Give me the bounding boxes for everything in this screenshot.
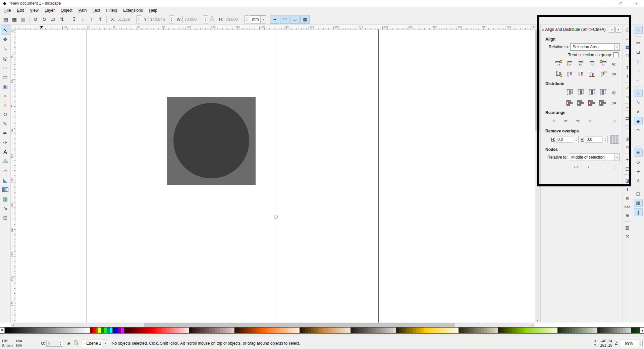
palette-swatch[interactable] (36, 328, 39, 333)
palette-swatch[interactable] (620, 328, 623, 333)
align-top-to-bottom-anchor[interactable] (598, 69, 608, 78)
palette-swatch[interactable] (461, 328, 464, 333)
exchange-in-selection-order[interactable]: ⇄ (561, 117, 571, 125)
x-field[interactable]: 51,159 (116, 16, 137, 23)
palette-swatch[interactable] (354, 328, 356, 333)
xml-editor-icon[interactable]: </> (624, 203, 631, 210)
palette-swatch[interactable] (294, 328, 297, 333)
ungroup-icon[interactable]: ⊟ (624, 144, 631, 151)
palette-swatch[interactable] (98, 328, 101, 333)
palette-swatch[interactable] (365, 328, 368, 333)
palette-swatch[interactable] (5, 328, 7, 333)
palette-swatch[interactable] (603, 328, 606, 333)
palette-swatch[interactable] (515, 328, 518, 333)
palette-swatch[interactable] (575, 328, 577, 333)
palette-swatch[interactable] (473, 328, 475, 333)
raise-icon[interactable]: ↑ (87, 15, 96, 24)
pencil-tool[interactable]: ✎ (1, 119, 10, 128)
palette-swatch[interactable] (614, 328, 617, 333)
palette-swatch[interactable] (70, 328, 72, 333)
palette-swatch[interactable] (246, 328, 249, 333)
select-all-icon[interactable]: ▤ (1, 15, 10, 24)
distribute-centers-horizontally[interactable] (576, 88, 586, 97)
snap-cusp-nodes-icon[interactable]: ◆ (634, 117, 643, 125)
mesh-tool[interactable]: ▦ (1, 194, 10, 203)
palette-swatch[interactable] (243, 328, 246, 333)
palette-scrollbar[interactable]: ‹ › (0, 334, 644, 337)
palette-swatch[interactable] (569, 328, 572, 333)
graph-layout[interactable]: ✥ (549, 117, 559, 125)
palette-swatch[interactable] (81, 328, 84, 333)
star-tool[interactable]: ★ (1, 101, 10, 110)
palette-swatch[interactable] (506, 328, 509, 333)
palette-swatch[interactable] (75, 328, 78, 333)
palette-swatch[interactable] (237, 328, 240, 333)
palette-swatch[interactable] (382, 328, 384, 333)
unit-select[interactable]: mm ▾ (250, 15, 266, 23)
palette-swatch[interactable] (147, 328, 149, 333)
connector-tool[interactable]: ⊞ (1, 213, 10, 222)
palette-swatch[interactable] (438, 328, 441, 333)
measure-tool[interactable]: ▱ (1, 63, 10, 72)
palette-swatch[interactable] (13, 328, 16, 333)
palette-swatch[interactable] (592, 328, 594, 333)
distribute-nodes-horizontally[interactable]: ⋯ (596, 163, 606, 171)
panel-collapse-button[interactable]: ◂ (609, 27, 614, 33)
center-on-vertical-axis[interactable] (576, 59, 586, 68)
x-spinner[interactable] (137, 15, 141, 23)
tweak-tool[interactable]: ∿ (1, 44, 10, 53)
import-icon[interactable]: ↧ (624, 64, 631, 71)
align-left-to-right-anchor[interactable] (598, 59, 608, 68)
palette-swatch[interactable] (195, 328, 197, 333)
palette-swatch[interactable] (433, 328, 435, 333)
palette-swatch[interactable] (583, 328, 586, 333)
zoom-field[interactable]: 99% (620, 340, 638, 347)
lower-icon[interactable]: ↓ (78, 15, 87, 24)
palette-swatch[interactable] (467, 328, 470, 333)
w-spinner[interactable] (203, 15, 208, 23)
snap-object-centers-icon[interactable]: ⊙ (634, 158, 643, 166)
palette-swatch[interactable] (138, 328, 141, 333)
group-icon[interactable]: ⊞ (624, 135, 631, 142)
snap-page-border-icon[interactable]: ▢ (634, 189, 643, 197)
palette-swatch[interactable] (441, 328, 444, 333)
layers-icon[interactable]: ≣ (624, 194, 631, 201)
palette-swatch[interactable] (563, 328, 566, 333)
copy-icon[interactable]: ❐ (624, 106, 631, 113)
palette-swatch[interactable] (254, 328, 257, 333)
palette-swatch[interactable] (268, 328, 271, 333)
h-field[interactable]: 70,000 (224, 16, 245, 23)
palette-swatch[interactable] (325, 328, 328, 333)
text-distribute-horizontal[interactable]: ay (609, 88, 619, 97)
scroll-up-icon[interactable]: ▴ (535, 25, 540, 30)
palette-scroll-right-icon[interactable]: › (641, 334, 642, 337)
snap-grid-icon[interactable]: ▦ (634, 199, 643, 207)
palette-swatch[interactable] (481, 328, 484, 333)
palette-swatch[interactable] (42, 328, 44, 333)
palette-swatch[interactable] (631, 328, 634, 333)
palette-swatch[interactable] (178, 328, 180, 333)
palette-swatch[interactable] (410, 328, 413, 333)
menu-filters[interactable]: Filters (103, 7, 120, 14)
v-scrollbar[interactable]: ▴ ▾ (535, 25, 540, 323)
palette-swatch[interactable] (370, 328, 373, 333)
palette-swatch[interactable] (484, 328, 487, 333)
duplicate-icon[interactable]: ❒ (624, 123, 631, 130)
panel-close-button[interactable]: ✕ (615, 27, 621, 33)
palette-swatch[interactable] (126, 328, 129, 333)
palette-swatch[interactable] (251, 328, 254, 333)
palette-swatch[interactable] (141, 328, 144, 333)
palette-swatch[interactable] (498, 328, 501, 333)
palette-swatch[interactable] (308, 328, 311, 333)
palette-swatch[interactable] (427, 328, 430, 333)
palette-swatch[interactable] (464, 328, 467, 333)
ruler-lock-icon[interactable] (11, 25, 15, 30)
snap-others-icon[interactable]: ❋ (634, 149, 643, 157)
palette-swatch[interactable] (430, 328, 433, 333)
layer-visibility-eye-icon[interactable]: ◉ (67, 341, 70, 346)
align-nodes-horizontally[interactable]: ⊶ (571, 163, 581, 171)
palette-swatch[interactable] (280, 328, 282, 333)
palette-swatch[interactable] (129, 328, 132, 333)
palette-swatch[interactable] (535, 328, 538, 333)
calligraphy-tool[interactable]: ✑ (1, 138, 10, 147)
